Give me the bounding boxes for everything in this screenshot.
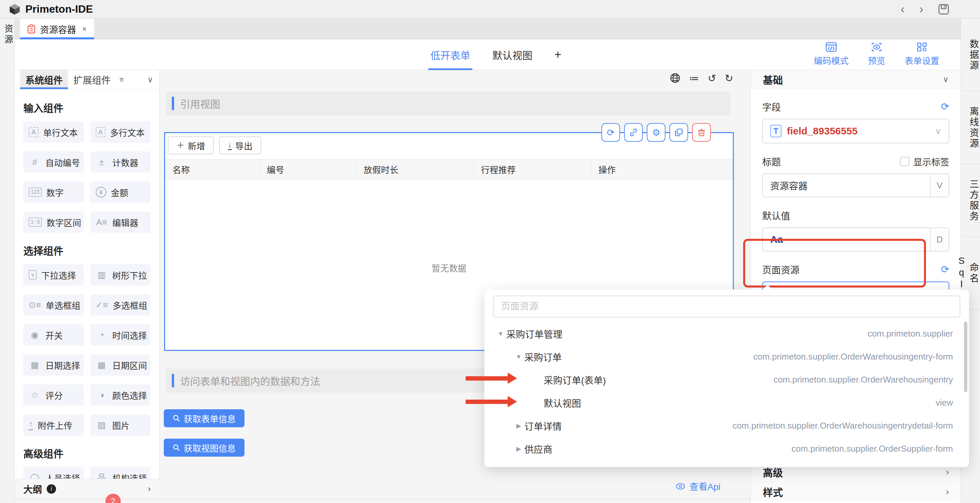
column-header-name[interactable]: 名称: [165, 159, 259, 179]
outline-footer[interactable]: 大纲 i ›: [15, 479, 159, 499]
nav-back-icon[interactable]: ‹: [900, 3, 905, 15]
title-suffix-button[interactable]: V: [930, 174, 949, 197]
tree-node-order-detail[interactable]: ▶ 订单详情 com.primeton.supplier.OrderWareho…: [493, 414, 960, 437]
refresh-field-icon[interactable]: ⟳: [941, 102, 949, 112]
dropdown-scrollbar[interactable]: [964, 322, 967, 392]
component-chip-number[interactable]: 123数字: [23, 181, 84, 203]
delete-component-button[interactable]: [692, 123, 711, 142]
collapse-panel-icon[interactable]: ∨: [147, 70, 153, 89]
tree-node-purchase-order[interactable]: ▼ 采购订单 com.primeton.supplier.OrderWareho…: [493, 345, 960, 368]
chevron-right-icon[interactable]: ›: [946, 466, 949, 477]
tab-extension-components[interactable]: 扩展组件: [68, 70, 116, 89]
export-button[interactable]: ↓ 导出: [219, 137, 261, 154]
component-chip-auto-number[interactable]: #自动编号: [23, 151, 84, 173]
column-header-holiday-duration[interactable]: 放假时长: [356, 159, 474, 179]
annotation-arrow: [466, 376, 508, 380]
style-section-header[interactable]: 样式 ›: [751, 482, 961, 501]
default-value-input[interactable]: Aa D: [762, 228, 949, 252]
copy-component-button[interactable]: [670, 123, 688, 142]
component-chip-checkbox-group[interactable]: ✓≡多选框组: [91, 294, 151, 315]
component-chip-date-range[interactable]: ▦日期区间: [91, 354, 151, 376]
component-chip-toggle[interactable]: ◉开关: [23, 324, 84, 345]
refresh-page-resource-icon[interactable]: ⟳: [941, 264, 949, 274]
caret-down-icon[interactable]: ▼: [495, 330, 506, 337]
chevron-down-icon: ∨: [935, 126, 941, 137]
rail-item-third-party-services[interactable]: 三方服务: [961, 164, 980, 237]
component-chip-rating[interactable]: ☆评分: [23, 384, 84, 406]
code-mode-label: 编码模式: [814, 54, 849, 66]
component-chip-rich-editor[interactable]: A≡编辑器: [91, 212, 151, 233]
tree-node-code: com.primeton.supplier.OrderWarehousingen…: [753, 352, 960, 362]
component-chip-number-range[interactable]: 1~3数字区间: [23, 212, 84, 233]
undo-icon[interactable]: ↺: [708, 72, 716, 84]
get-view-info-button[interactable]: 获取视图信息: [164, 439, 245, 457]
view-api-link[interactable]: 查看Api: [675, 480, 721, 493]
components-menu-icon[interactable]: ≡: [119, 70, 124, 89]
component-chip-date-picker[interactable]: ▦日期选择: [23, 354, 84, 376]
component-chip-color-picker[interactable]: ◑颜色选择: [91, 384, 151, 406]
title-input[interactable]: 资源容器 V: [762, 174, 949, 197]
column-header-code[interactable]: 编号: [259, 159, 356, 179]
preview-button[interactable]: 预览: [868, 42, 885, 66]
chevron-right-icon[interactable]: ›: [946, 486, 949, 497]
component-chip-time-picker[interactable]: ◔时间选择: [91, 324, 151, 345]
component-settings-button[interactable]: ⚙: [647, 123, 665, 142]
caret-down-icon[interactable]: ▼: [513, 353, 524, 361]
add-view-button[interactable]: +: [554, 48, 562, 62]
component-chip-multi-line-text[interactable]: A多行文本: [91, 121, 151, 143]
tab-system-components[interactable]: 系统组件: [20, 70, 68, 89]
chevron-down-icon[interactable]: ∨: [943, 75, 949, 84]
nav-forward-icon[interactable]: ›: [919, 3, 923, 15]
tree-node-purchase-order-mgmt[interactable]: ▼ 采购订单管理 com.primeton.supplier: [493, 322, 960, 345]
default-suffix-button[interactable]: D: [930, 228, 949, 251]
link-icon: [629, 128, 638, 137]
component-chip-select-dropdown[interactable]: ∨下拉选择: [23, 264, 84, 285]
doc-tab-resource-container[interactable]: 资源容器 ×: [20, 19, 94, 39]
caret-right-icon[interactable]: ▶: [513, 445, 524, 453]
component-chip-radio-group[interactable]: ⊙≡单选框组: [23, 294, 84, 315]
link-component-button[interactable]: [624, 123, 643, 142]
rail-item-datasource[interactable]: 数据源: [961, 19, 980, 91]
component-chip-person-select[interactable]: ◯人员选择: [23, 467, 84, 479]
rail-item-offline-resources[interactable]: 离线资源: [961, 91, 980, 164]
number-range-icon: 1~3: [29, 218, 42, 227]
basic-section-header[interactable]: 基础 ∨: [751, 70, 961, 89]
component-chip-image[interactable]: ▨图片: [91, 414, 151, 436]
column-header-actions[interactable]: 操作: [591, 159, 733, 179]
component-chip-currency[interactable]: ¥金额: [91, 181, 151, 203]
globe-icon[interactable]: [670, 73, 681, 83]
tree-node-supplier[interactable]: ▶ 供应商 com.primeton.supplier.OrderSupplie…: [493, 437, 960, 460]
gear-icon: ⚙: [652, 127, 660, 138]
field-select[interactable]: T field_89356555 ∨: [762, 119, 949, 143]
code-mode-button[interactable]: 编码模式: [814, 42, 849, 66]
page-resource-label: 页面资源: [762, 263, 800, 276]
basic-section-title: 基础: [763, 72, 783, 87]
caret-right-icon[interactable]: ▶: [513, 422, 524, 430]
dropdown-search-input[interactable]: [493, 296, 960, 318]
outline-tree-icon[interactable]: ≔: [689, 72, 699, 84]
get-form-info-button[interactable]: 获取表单信息: [164, 409, 245, 427]
component-chip-tree-select[interactable]: ▥树形下拉: [91, 264, 151, 285]
redo-icon[interactable]: ↻: [725, 72, 733, 84]
form-settings-button[interactable]: 表单设置: [905, 42, 939, 66]
section-title-input-components: 输入组件: [23, 100, 150, 115]
rail-item-resources[interactable]: 资源: [0, 24, 14, 45]
sync-component-button[interactable]: ⟳: [601, 123, 620, 142]
resource-tree: ▼ 采购订单管理 com.primeton.supplier ▼ 采购订单 co…: [493, 322, 960, 460]
tree-node-purchase-order-form[interactable]: 采购订单(表单) com.primeton.supplier.OrderWare…: [493, 368, 960, 391]
column-header-trip-recommendation[interactable]: 行程推荐: [474, 159, 591, 179]
component-chip-upload[interactable]: ↑附件上传: [23, 414, 84, 436]
tab-lowcode-form[interactable]: 低开表单: [430, 39, 470, 70]
time-picker-icon: ◔: [96, 331, 108, 339]
tab-default-view[interactable]: 默认视图: [492, 39, 532, 70]
show-label-checkbox[interactable]: [900, 157, 909, 166]
close-tab-icon[interactable]: ×: [82, 24, 87, 34]
chip-label: 自动编号: [45, 156, 80, 169]
component-chip-org-select[interactable]: 品机构选择: [91, 467, 151, 479]
component-chip-counter[interactable]: ±计数器: [91, 151, 151, 173]
chevron-right-icon[interactable]: ›: [148, 484, 151, 494]
component-chip-single-line-text[interactable]: A单行文本: [23, 121, 84, 143]
tree-node-default-view[interactable]: 默认视图 view: [493, 391, 960, 414]
add-row-button[interactable]: ＋ 新增: [168, 137, 214, 154]
save-icon[interactable]: [938, 4, 949, 15]
